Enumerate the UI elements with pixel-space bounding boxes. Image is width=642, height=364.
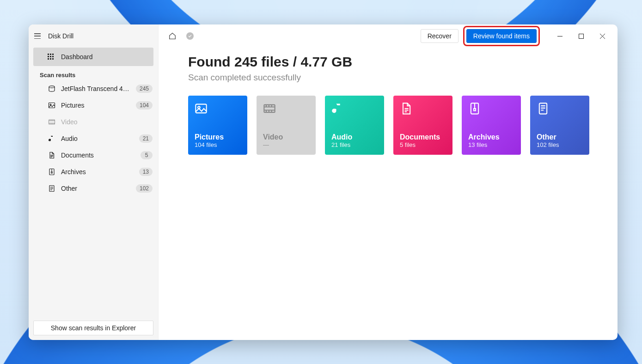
svg-rect-6 xyxy=(48,58,49,60)
card-subtitle: 102 files xyxy=(537,141,583,148)
pictures-icon xyxy=(195,102,208,115)
close-button[interactable] xyxy=(592,29,613,43)
count-badge: 21 xyxy=(139,134,153,143)
category-card-video[interactable]: Video— xyxy=(257,96,316,155)
card-title: Video xyxy=(263,133,309,141)
home-icon[interactable] xyxy=(168,31,177,41)
archive-icon xyxy=(48,168,55,176)
svg-rect-3 xyxy=(48,56,49,57)
svg-rect-4 xyxy=(50,56,51,57)
count-badge: 245 xyxy=(136,85,153,93)
svg-rect-5 xyxy=(52,56,54,57)
card-title: Audio xyxy=(331,133,378,141)
recover-button[interactable]: Recover xyxy=(421,29,459,43)
sidebar-section-label: Scan results xyxy=(29,66,158,80)
count-badge: 13 xyxy=(139,168,153,176)
drive-icon xyxy=(48,85,55,92)
show-in-explorer-button[interactable]: Show scan results in Explorer xyxy=(33,321,153,335)
svg-rect-7 xyxy=(50,58,51,60)
review-found-items-button[interactable]: Review found items xyxy=(466,29,537,43)
sidebar-item-other[interactable]: Other102 xyxy=(29,180,158,197)
sidebar-item-label: Pictures xyxy=(61,102,130,109)
document-icon xyxy=(48,152,55,159)
card-subtitle: — xyxy=(263,141,309,148)
card-subtitle: 21 files xyxy=(331,141,378,148)
svg-rect-37 xyxy=(264,105,275,112)
sidebar-item-drive[interactable]: JetFlash Transcend 4GB…245 xyxy=(29,80,158,97)
svg-rect-33 xyxy=(557,36,563,36)
archives-icon xyxy=(468,102,481,115)
topbar: Recover Review found items xyxy=(159,24,618,48)
picture-icon xyxy=(48,102,55,109)
sidebar-item-dashboard[interactable]: Dashboard xyxy=(33,48,153,66)
card-title: Archives xyxy=(468,133,514,141)
page-subtitle: Scan completed successfully xyxy=(188,73,590,83)
count-badge: 102 xyxy=(136,184,153,193)
svg-rect-35 xyxy=(196,104,206,113)
svg-rect-8 xyxy=(52,58,54,60)
sidebar-item-picture[interactable]: Pictures104 xyxy=(29,97,158,114)
sidebar: Disk Drill Dashboard Scan results JetFla… xyxy=(29,24,159,340)
svg-rect-34 xyxy=(579,34,583,38)
card-title: Documents xyxy=(400,133,446,141)
svg-point-9 xyxy=(49,86,55,88)
card-subtitle: 13 files xyxy=(468,141,514,148)
sidebar-item-document[interactable]: Documents5 xyxy=(29,147,158,164)
svg-rect-2 xyxy=(52,54,54,55)
card-title: Pictures xyxy=(195,133,241,141)
sidebar-item-label: Video xyxy=(61,118,153,126)
video-icon xyxy=(48,118,55,126)
sidebar-item-audio[interactable]: Audio21 xyxy=(29,130,158,147)
grid-icon xyxy=(47,53,55,61)
highlight-annotation: Review found items xyxy=(463,26,540,46)
sidebar-item-label: Dashboard xyxy=(61,53,93,61)
card-title: Other xyxy=(537,133,583,141)
category-cards: Pictures104 filesVideo—Audio21 filesDocu… xyxy=(188,96,590,155)
card-subtitle: 104 files xyxy=(195,141,241,148)
sidebar-item-label: Documents xyxy=(61,152,135,159)
svg-rect-28 xyxy=(51,172,52,173)
app-title: Disk Drill xyxy=(48,32,73,40)
svg-rect-52 xyxy=(539,103,547,114)
sidebar-item-label: Audio xyxy=(61,135,134,142)
other-icon xyxy=(48,185,55,192)
category-card-other[interactable]: Other102 files xyxy=(530,96,589,155)
maximize-button[interactable] xyxy=(570,29,592,43)
audio-icon xyxy=(331,102,344,115)
sidebar-header: Disk Drill xyxy=(29,24,158,48)
app-window: Disk Drill Dashboard Scan results JetFla… xyxy=(29,24,618,340)
page-title: Found 245 files / 4.77 GB xyxy=(188,54,590,70)
svg-rect-51 xyxy=(474,109,476,111)
svg-rect-1 xyxy=(50,54,51,55)
svg-rect-0 xyxy=(48,54,49,55)
category-card-audio[interactable]: Audio21 files xyxy=(325,96,384,155)
card-subtitle: 5 files xyxy=(400,141,446,148)
minimize-button[interactable] xyxy=(549,29,570,43)
menu-icon[interactable] xyxy=(33,33,42,39)
sidebar-item-label: Archives xyxy=(61,168,134,176)
sidebar-item-label: JetFlash Transcend 4GB… xyxy=(61,85,130,92)
sidebar-item-label: Other xyxy=(61,185,130,192)
count-badge: 5 xyxy=(141,151,153,159)
category-card-pictures[interactable]: Pictures104 files xyxy=(188,96,247,155)
main-area: Recover Review found items Found 245 fil… xyxy=(159,24,618,340)
count-badge: 104 xyxy=(136,101,153,109)
documents-icon xyxy=(400,102,413,115)
status-check-icon xyxy=(185,31,195,41)
other-icon xyxy=(537,102,550,115)
video-icon xyxy=(263,102,276,115)
category-card-documents[interactable]: Documents5 files xyxy=(393,96,452,155)
svg-point-11 xyxy=(50,104,51,105)
sidebar-item-video: Video xyxy=(29,114,158,130)
category-card-archives[interactable]: Archives13 files xyxy=(462,96,521,155)
audio-icon xyxy=(48,135,55,142)
sidebar-item-archive[interactable]: Archives13 xyxy=(29,164,158,180)
